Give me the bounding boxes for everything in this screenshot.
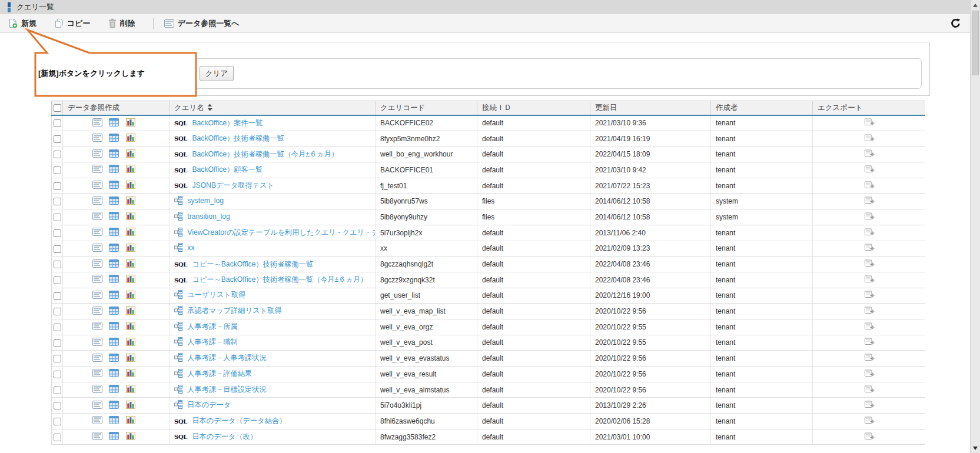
table-view-icon[interactable] (109, 228, 119, 238)
query-name-link[interactable]: ユーザリスト取得 (187, 291, 245, 299)
query-name-link[interactable]: BackOffice）技術者稼働一覧 (192, 134, 284, 142)
row-checkbox[interactable] (54, 119, 61, 127)
form-view-icon[interactable] (92, 416, 102, 426)
export-icon[interactable] (864, 369, 875, 379)
table-view-icon[interactable] (109, 338, 119, 348)
export-icon[interactable] (864, 212, 875, 222)
form-view-icon[interactable] (92, 196, 102, 206)
query-name-link[interactable]: 人事考課－評価結果 (187, 369, 252, 378)
table-view-icon[interactable] (109, 165, 119, 175)
row-checkbox[interactable] (54, 151, 61, 158)
table-view-icon[interactable] (109, 307, 119, 317)
form-view-icon[interactable] (92, 307, 102, 317)
chart-view-icon[interactable] (126, 165, 135, 175)
row-checkbox[interactable] (54, 182, 61, 190)
row-checkbox[interactable] (54, 308, 61, 315)
query-name-link[interactable]: xx (187, 244, 194, 252)
export-icon[interactable] (864, 337, 875, 348)
query-name-link[interactable]: 人事考課－職制 (187, 338, 237, 346)
row-checkbox[interactable] (54, 214, 61, 221)
query-name-link[interactable]: BackOffice）案件一覧 (192, 119, 263, 127)
table-view-icon[interactable] (109, 275, 119, 285)
table-view-icon[interactable] (109, 291, 119, 301)
form-view-icon[interactable] (92, 385, 102, 395)
chart-view-icon[interactable] (126, 416, 135, 426)
form-view-icon[interactable] (92, 149, 102, 159)
query-name-link[interactable]: transition_log (187, 212, 230, 221)
form-view-icon[interactable] (92, 134, 102, 144)
export-icon[interactable] (864, 306, 875, 317)
chart-view-icon[interactable] (126, 196, 135, 206)
form-view-icon[interactable] (92, 259, 102, 269)
export-icon[interactable] (864, 353, 875, 364)
form-view-icon[interactable] (92, 165, 102, 175)
row-checkbox[interactable] (54, 371, 61, 378)
export-icon[interactable] (864, 400, 875, 411)
form-view-icon[interactable] (92, 244, 102, 254)
row-checkbox[interactable] (54, 277, 61, 284)
query-name-link[interactable]: 日本のデータ（データ結合） (192, 417, 286, 425)
query-name-link[interactable]: JSONBデータ取得テスト (192, 181, 274, 189)
table-view-icon[interactable] (109, 196, 119, 206)
row-checkbox[interactable] (54, 198, 61, 205)
chart-view-icon[interactable] (126, 275, 135, 285)
scroll-down-button[interactable] (971, 443, 980, 453)
chart-view-icon[interactable] (126, 369, 135, 379)
scroll-up-button[interactable] (971, 0, 980, 10)
header-query-name-sortable[interactable]: クエリ名 (170, 101, 376, 115)
form-view-icon[interactable] (92, 432, 102, 442)
form-view-icon[interactable] (92, 354, 102, 364)
export-icon[interactable] (864, 149, 875, 159)
table-view-icon[interactable] (109, 354, 119, 364)
row-checkbox[interactable] (54, 135, 61, 143)
row-checkbox[interactable] (54, 387, 61, 394)
query-name-link[interactable]: BackOffice）技術者稼働一覧（今月±６ヵ月） (192, 150, 338, 158)
row-checkbox[interactable] (54, 324, 61, 331)
export-icon[interactable] (864, 432, 875, 442)
chart-view-icon[interactable] (126, 118, 135, 128)
row-checkbox[interactable] (54, 245, 61, 253)
chart-view-icon[interactable] (126, 181, 135, 191)
form-view-icon[interactable] (92, 338, 102, 348)
refresh-button[interactable] (951, 18, 961, 28)
table-view-icon[interactable] (109, 181, 119, 191)
chart-view-icon[interactable] (126, 291, 135, 301)
query-name-link[interactable]: ViewCreatorの設定テーブルを利用したクエリ - クエリ・デー (187, 228, 375, 237)
export-icon[interactable] (864, 196, 875, 206)
query-name-link[interactable]: 人事考課－目標設定状況 (187, 385, 266, 394)
table-view-icon[interactable] (109, 416, 119, 426)
export-icon[interactable] (864, 134, 875, 144)
chart-view-icon[interactable] (126, 244, 135, 254)
row-checkbox[interactable] (54, 434, 61, 441)
export-icon[interactable] (864, 322, 875, 332)
query-name-link[interactable]: BackOffice）顧客一覧 (192, 165, 263, 174)
vertical-scrollbar[interactable] (970, 0, 980, 453)
form-view-icon[interactable] (92, 369, 102, 379)
form-view-icon[interactable] (92, 118, 102, 128)
form-view-icon[interactable] (92, 401, 102, 411)
row-checkbox[interactable] (54, 355, 61, 362)
form-view-icon[interactable] (92, 228, 102, 238)
export-icon[interactable] (864, 385, 875, 395)
query-name-link[interactable]: コピー～BackOffice）技術者稼働一覧 (192, 260, 313, 268)
chart-view-icon[interactable] (126, 322, 135, 332)
table-view-icon[interactable] (109, 369, 119, 379)
table-view-icon[interactable] (109, 385, 119, 395)
table-view-icon[interactable] (109, 134, 119, 144)
chart-view-icon[interactable] (126, 134, 135, 144)
row-checkbox[interactable] (54, 261, 61, 268)
export-icon[interactable] (864, 118, 875, 128)
scrollbar-thumb[interactable] (972, 11, 979, 75)
row-checkbox[interactable] (54, 229, 61, 237)
query-name-link[interactable]: 承認者マップ詳細リスト取得 (187, 307, 281, 315)
select-all-checkbox[interactable] (54, 104, 61, 112)
table-view-icon[interactable] (109, 244, 119, 254)
export-icon[interactable] (864, 416, 875, 427)
form-view-icon[interactable] (92, 212, 102, 222)
export-icon[interactable] (864, 290, 875, 301)
chart-view-icon[interactable] (126, 259, 135, 269)
row-checkbox[interactable] (54, 292, 61, 300)
chart-view-icon[interactable] (126, 307, 135, 317)
table-view-icon[interactable] (109, 322, 119, 332)
chart-view-icon[interactable] (126, 228, 135, 238)
